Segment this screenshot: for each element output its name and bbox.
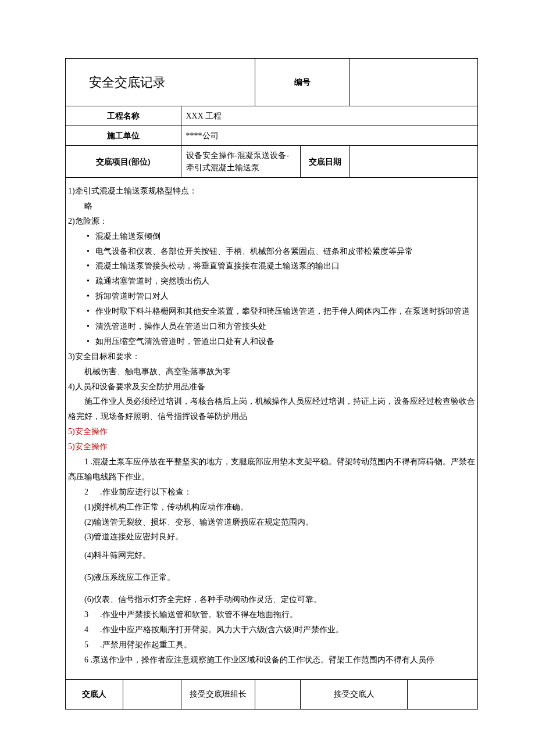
- project-value[interactable]: XXX 工程: [181, 106, 478, 126]
- op-step-2: 2.作业前应进行以下检查：: [68, 485, 475, 500]
- op-step-4: 4.作业中应严格按顺序打开臂架。风力大于六级(含六级)时严禁作业。: [68, 622, 475, 637]
- bullet-icon: •: [87, 261, 95, 270]
- bullet-icon: •: [87, 337, 95, 346]
- section-5-title-a: 5)安全操作: [68, 424, 475, 439]
- item-label: 交底项目(部位): [66, 146, 181, 178]
- bullet-icon: •: [87, 277, 95, 285]
- serial-value[interactable]: [350, 59, 478, 106]
- section-3-title: 3)安全目标和要求：: [68, 349, 475, 364]
- unit-row: 施工单位 ****公司: [66, 126, 478, 146]
- op-step-3: 3.作业中严禁接长输送管和软管。软管不得在地面拖行。: [68, 607, 475, 622]
- section-4-content: 施工作业人员必须经过培训，考核合格后上岗，机械操作人员应经过培训，持证上岗，设备…: [68, 394, 475, 424]
- item-row: 交底项目(部位) 设备安全操作-混凝泵送设备-牵引式混凝土输送泵 交底日期: [66, 146, 478, 178]
- section-5-title-b: 5)安全操作: [68, 439, 475, 454]
- bullet-icon: •: [87, 232, 95, 241]
- op-step-2-1: (1)搅拌机构工作正常，传动机构应动作准确。: [68, 500, 475, 515]
- section-3-content: 机械伤害、触电事故、高空坠落事故为零: [68, 364, 475, 379]
- sender-label: 交底人: [66, 679, 123, 709]
- doc-title: 安全交底记录: [66, 59, 255, 106]
- hazard-item: • 混凝土输送泵倾倒: [68, 229, 475, 244]
- op-step-6: 6 .泵送作业中，操作者应注意观察施工作业区域和设备的工作状态。臂架工作范围内不…: [68, 653, 475, 668]
- hazard-item: • 混凝土输送泵管接头松动，将垂直管直接接在混凝土输送泵的输出口: [68, 259, 475, 274]
- date-label: 交底日期: [301, 146, 350, 178]
- op-step-2-4: (4)料斗筛网完好。: [68, 544, 475, 567]
- section-2-title: 2)危险源：: [68, 214, 475, 229]
- hazard-item: • 疏通堵塞管道时，突然喷出伤人: [68, 274, 475, 289]
- op-step-2-5: (5)液压系统应工作正常。: [68, 567, 475, 589]
- bullet-icon: •: [87, 307, 95, 316]
- project-label: 工程名称: [66, 106, 181, 126]
- op-step-2-6: (6)仪表、信号指示灯齐全完好，各种手动阀动作灵活、定位可靠。: [68, 589, 475, 607]
- unit-value[interactable]: ****公司: [181, 126, 478, 146]
- receiver-label: 接受交底人: [301, 679, 408, 709]
- hazard-item: • 如用压缩空气清洗管道时，管道出口处有人和设备: [68, 334, 475, 349]
- op-step-2-3: (3)管道连接处应密封良好。: [68, 529, 475, 544]
- signature-row: 交底人 接受交底班组长 接受交底人: [66, 679, 478, 709]
- sender-value[interactable]: [123, 679, 181, 709]
- section-1-content: 略: [68, 199, 475, 214]
- hazard-item: • 清洗管道时，操作人员在管道出口和方管接头处: [68, 319, 475, 334]
- content-row: 1)牵引式混凝土输送泵规格型特点： 略 2)危险源： • 混凝土输送泵倾倒 • …: [66, 178, 478, 680]
- group-label: 接受交底班组长: [181, 679, 255, 709]
- group-value[interactable]: [255, 679, 301, 709]
- serial-label: 编号: [255, 59, 350, 106]
- section-1-title: 1)牵引式混凝土输送泵规格型特点：: [68, 184, 475, 199]
- receiver-value[interactable]: [408, 679, 478, 709]
- bullet-icon: •: [87, 247, 95, 256]
- bullet-icon: •: [87, 322, 95, 331]
- hazard-item: • 电气设备和仪表、各部位开关按钮、手柄、机械部分各紧固点、链条和皮带松紧度等异…: [68, 244, 475, 259]
- hazard-item: • 作业时取下料斗格栅网和其他安全装置，攀登和骑压输送管道，把手伸人阀体内工作，…: [68, 304, 475, 319]
- op-step-5: 5.严禁用臂架作起重工具。: [68, 637, 475, 653]
- project-row: 工程名称 XXX 工程: [66, 106, 478, 126]
- unit-label: 施工单位: [66, 126, 181, 146]
- bullet-icon: •: [87, 292, 95, 300]
- record-table: 安全交底记录 编号 工程名称 XXX 工程 施工单位 ****公司 交底项目(部…: [65, 58, 478, 710]
- date-value[interactable]: [350, 146, 478, 178]
- content-body: 1)牵引式混凝土输送泵规格型特点： 略 2)危险源： • 混凝土输送泵倾倒 • …: [68, 184, 475, 668]
- hazard-item: • 拆卸管道时管口对人: [68, 289, 475, 304]
- op-step-1: 1 .混凝土泵车应停放在平整坚实的地方，支腿底部应用垫木支架平稳。臂架转动范围内…: [68, 454, 475, 485]
- header-row: 安全交底记录 编号: [66, 59, 478, 106]
- item-value[interactable]: 设备安全操作-混凝泵送设备-牵引式混凝土输送泵: [181, 146, 301, 178]
- section-4-title: 4)人员和设备要求及安全防护用品准备: [68, 379, 475, 395]
- op-step-2-2: (2)输送管无裂纹、损坏、变形、输送管道磨损应在规定范围内。: [68, 515, 475, 530]
